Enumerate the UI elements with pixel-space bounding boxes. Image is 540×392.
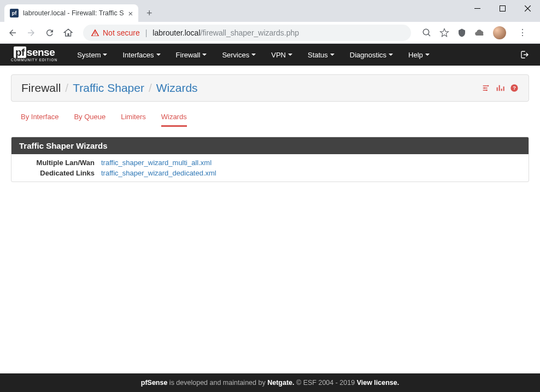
pfsense-navbar: pfsense COMMUNITY EDITION System Interfa…	[0, 44, 540, 66]
status-icon[interactable]	[496, 84, 504, 92]
svg-rect-1	[500, 5, 505, 11]
footer: pfSense is developed and maintained by N…	[0, 373, 540, 392]
tab-by-queue[interactable]: By Queue	[74, 113, 105, 127]
wizard-row: Multiple Lan/Wan traffic_shaper_wizard_m…	[19, 157, 521, 168]
security-warning: Not secure	[91, 28, 140, 37]
wizard-label: Multiple Lan/Wan	[19, 159, 101, 167]
tab-favicon: pf	[10, 9, 19, 17]
close-window-button[interactable]	[515, 0, 540, 16]
tab-title: labrouter.local - Firewall: Traffic S	[23, 9, 124, 17]
address-bar[interactable]: Not secure | labrouter.local/firewall_sh…	[83, 25, 411, 41]
breadcrumb-firewall: Firewall	[21, 81, 61, 95]
window-controls	[465, 0, 540, 16]
profile-avatar[interactable]	[493, 26, 506, 39]
footer-netgate[interactable]: Netgate.	[267, 379, 294, 387]
reload-button[interactable]	[42, 25, 58, 41]
tab-wizards[interactable]: Wizards	[161, 113, 187, 127]
browser-toolbar: Not secure | labrouter.local/firewall_sh…	[0, 22, 540, 44]
home-button[interactable]	[60, 25, 77, 41]
breadcrumb-traffic-shaper[interactable]: Traffic Shaper	[73, 81, 144, 95]
url-text: labrouter.local/firewall_shaper_wizards.…	[152, 28, 299, 37]
bookmark-icon[interactable]	[439, 28, 449, 38]
maximize-button[interactable]	[490, 0, 515, 16]
nav-firewall[interactable]: Firewall	[169, 44, 214, 66]
forward-button[interactable]	[23, 25, 39, 41]
wizard-label: Dedicated Links	[19, 169, 101, 177]
nav-system[interactable]: System	[71, 44, 114, 66]
panel-title: Traffic Shaper Wizards	[11, 137, 529, 154]
browser-tab[interactable]: pf labrouter.local - Firewall: Traffic S…	[4, 4, 138, 22]
settings-icon[interactable]	[482, 84, 490, 92]
breadcrumb-wizards[interactable]: Wizards	[156, 81, 198, 95]
svg-rect-0	[474, 8, 480, 9]
tab-by-interface[interactable]: By Interface	[21, 113, 58, 127]
svg-point-2	[423, 29, 429, 35]
footer-license-link[interactable]: View license.	[357, 379, 400, 387]
wizard-link-dedicated[interactable]: traffic_shaper_wizard_dedicated.xml	[101, 169, 216, 177]
svg-point-5	[486, 90, 488, 91]
back-button[interactable]	[4, 25, 21, 41]
wizards-panel: Traffic Shaper Wizards Multiple Lan/Wan …	[11, 137, 529, 182]
help-icon[interactable]: ?	[510, 84, 519, 92]
chrome-menu-icon[interactable]: ⋮	[514, 27, 531, 38]
logout-icon[interactable]	[520, 50, 529, 59]
zoom-icon[interactable]	[422, 28, 432, 38]
nav-interfaces[interactable]: Interfaces	[116, 44, 167, 66]
nav-status[interactable]: Status	[301, 44, 341, 66]
wizard-row: Dedicated Links traffic_shaper_wizard_de…	[19, 168, 521, 178]
svg-point-4	[484, 87, 485, 89]
nav-diagnostics[interactable]: Diagnostics	[343, 44, 400, 66]
tab-limiters[interactable]: Limiters	[121, 113, 146, 127]
close-tab-icon[interactable]: ×	[128, 9, 133, 18]
page-content: Firewall / Traffic Shaper / Wizards ? By…	[0, 66, 540, 373]
svg-text:?: ?	[513, 85, 516, 91]
browser-titlebar: pf labrouter.local - Firewall: Traffic S…	[0, 0, 540, 22]
nav-services[interactable]: Services	[215, 44, 262, 66]
extension-shield-icon[interactable]	[457, 28, 467, 38]
svg-point-3	[488, 85, 489, 87]
breadcrumb: Firewall / Traffic Shaper / Wizards ?	[11, 74, 529, 102]
new-tab-button[interactable]: +	[142, 5, 157, 21]
page-tabs: By Interface By Queue Limiters Wizards	[21, 113, 529, 127]
extension-cloud-icon[interactable]	[474, 29, 485, 37]
wizard-link-multi[interactable]: traffic_shaper_wizard_multi_all.xml	[101, 159, 212, 167]
nav-vpn[interactable]: VPN	[265, 44, 299, 66]
nav-help[interactable]: Help	[402, 44, 436, 66]
pfsense-logo[interactable]: pfsense COMMUNITY EDITION	[11, 47, 57, 62]
minimize-button[interactable]	[465, 0, 490, 16]
footer-brand: pfSense	[141, 379, 168, 387]
warning-icon	[91, 28, 99, 37]
